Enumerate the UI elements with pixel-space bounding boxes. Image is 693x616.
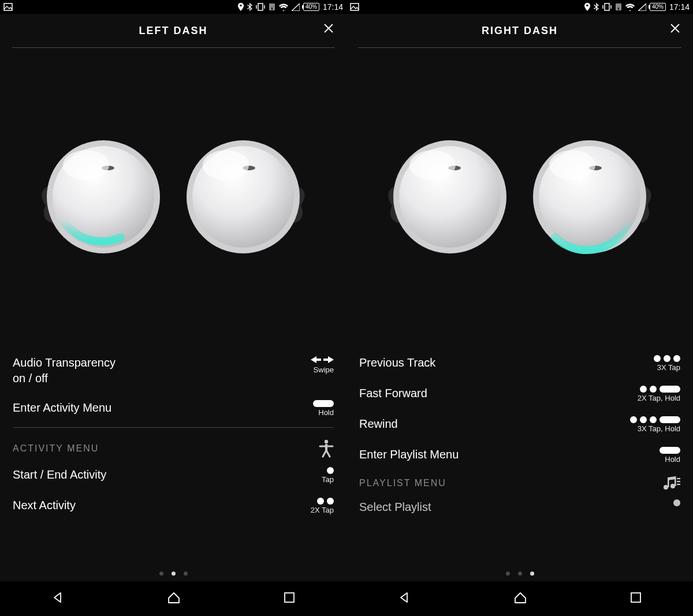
section-title: ACTIVITY MENU xyxy=(13,443,99,454)
control-enter-playlist: Enter Playlist Menu Hold xyxy=(359,440,680,471)
svg-rect-52 xyxy=(631,593,640,602)
control-label: Next Activity xyxy=(13,498,76,513)
wifi-icon xyxy=(279,3,288,11)
2tap-icon xyxy=(317,498,334,505)
svg-rect-32 xyxy=(618,8,619,10)
nav-recent-button[interactable] xyxy=(284,592,295,606)
left-earbud-icon xyxy=(28,133,161,260)
nav-back-button[interactable] xyxy=(51,591,64,606)
signal-icon xyxy=(292,3,300,11)
left-controls-list[interactable]: Audio Transparency on / off Swipe Enter … xyxy=(0,348,346,563)
page-title: RIGHT DASH xyxy=(482,25,558,37)
2tap-hold-icon xyxy=(640,386,680,393)
gesture-caption: Hold xyxy=(318,408,334,417)
nav-recent-button[interactable] xyxy=(630,592,642,606)
pager-dot-active[interactable] xyxy=(530,572,534,576)
control-next-activity: Next Activity 2X Tap xyxy=(13,491,334,521)
header: LEFT DASH xyxy=(0,14,346,47)
svg-marker-18 xyxy=(328,356,334,363)
gesture-caption: Hold xyxy=(665,455,680,464)
close-button[interactable] xyxy=(670,23,680,36)
status-bar: 40% 17:14 xyxy=(0,0,346,14)
gesture-caption: 3X Tap, Hold xyxy=(638,424,680,433)
location-icon xyxy=(584,3,590,11)
gesture-caption: 3X Tap xyxy=(657,363,680,372)
svg-point-21 xyxy=(325,440,328,443)
svg-marker-17 xyxy=(311,356,316,363)
3tap-icon xyxy=(654,355,680,362)
control-start-end-activity: Start / End Activity Tap xyxy=(13,460,334,491)
battery-indicator: 40% xyxy=(650,3,666,11)
svg-rect-0 xyxy=(4,3,12,10)
bluetooth-icon xyxy=(247,3,252,11)
svg-point-27 xyxy=(586,5,588,7)
gesture-caption: Swipe xyxy=(314,365,334,374)
control-label: Rewind xyxy=(359,416,398,432)
svg-marker-47 xyxy=(668,476,676,480)
svg-rect-28 xyxy=(605,3,609,10)
pager-dot[interactable] xyxy=(184,572,188,576)
tap-icon xyxy=(327,467,334,474)
nav-home-button[interactable] xyxy=(167,591,181,606)
pager-dot-active[interactable] xyxy=(172,572,176,576)
svg-point-44 xyxy=(670,484,675,488)
clock: 17:14 xyxy=(323,2,343,12)
card-icon xyxy=(269,3,275,11)
gesture-caption: 2X Tap, Hold xyxy=(638,394,680,402)
section-title: PLAYLIST MENU xyxy=(359,478,446,488)
svg-point-12 xyxy=(63,150,109,180)
nav-back-button[interactable] xyxy=(398,591,411,606)
control-label: Enter Playlist Menu xyxy=(359,447,459,462)
image-icon xyxy=(3,3,13,11)
hold-icon xyxy=(660,447,680,454)
svg-rect-26 xyxy=(351,3,359,10)
left-screen: 40% 17:14 LEFT DASH xyxy=(0,0,346,581)
divider xyxy=(13,427,334,428)
header: RIGHT DASH xyxy=(346,14,693,47)
page-indicator[interactable] xyxy=(346,563,693,581)
right-controls-list[interactable]: Previous Track 3X Tap Fast Forward 2X Ta… xyxy=(346,348,693,563)
music-list-icon xyxy=(663,476,680,490)
right-screen: 40% 17:14 RIGHT DASH xyxy=(346,0,693,581)
control-rewind: Rewind 3X Tap, Hold xyxy=(359,409,680,440)
svg-point-1 xyxy=(240,5,242,7)
vibrate-icon xyxy=(602,3,612,11)
left-earbud-icon xyxy=(375,133,508,260)
svg-rect-20 xyxy=(323,359,328,361)
3tap-hold-icon xyxy=(630,416,680,423)
control-enter-activity: Enter Activity Menu Hold xyxy=(13,393,334,424)
location-icon xyxy=(238,3,244,11)
clock: 17:14 xyxy=(669,2,690,12)
svg-rect-19 xyxy=(316,359,321,361)
tap-icon xyxy=(673,499,680,506)
pager-dot[interactable] xyxy=(518,572,522,576)
svg-point-43 xyxy=(664,485,668,490)
svg-rect-6 xyxy=(271,8,273,10)
control-label: Start / End Activity xyxy=(13,467,106,483)
nav-home-button[interactable] xyxy=(513,591,527,606)
page-title: LEFT DASH xyxy=(139,25,208,37)
svg-point-16 xyxy=(203,150,249,180)
earbud-illustration xyxy=(346,48,693,348)
control-fast-forward: Fast Forward 2X Tap, Hold xyxy=(359,379,680,409)
gesture-caption: Tap xyxy=(322,475,334,484)
control-label: Previous Track xyxy=(359,355,435,371)
svg-line-24 xyxy=(323,450,326,457)
control-label: Enter Activity Menu xyxy=(13,400,111,416)
close-button[interactable] xyxy=(323,23,334,36)
earbud-illustration xyxy=(0,48,346,348)
pager-dot[interactable] xyxy=(506,572,510,576)
bluetooth-icon xyxy=(594,3,599,11)
control-label: Select Playlist xyxy=(359,499,431,515)
control-label: Fast Forward xyxy=(359,386,427,401)
pager-dot[interactable] xyxy=(159,572,163,576)
wifi-icon xyxy=(625,3,635,11)
battery-indicator: 40% xyxy=(303,3,319,11)
page-indicator[interactable] xyxy=(0,563,346,581)
person-icon xyxy=(319,439,334,458)
svg-point-42 xyxy=(549,150,595,180)
swipe-icon xyxy=(311,355,334,364)
svg-point-38 xyxy=(409,150,456,180)
hold-icon xyxy=(313,400,334,407)
android-navbar xyxy=(0,581,693,616)
